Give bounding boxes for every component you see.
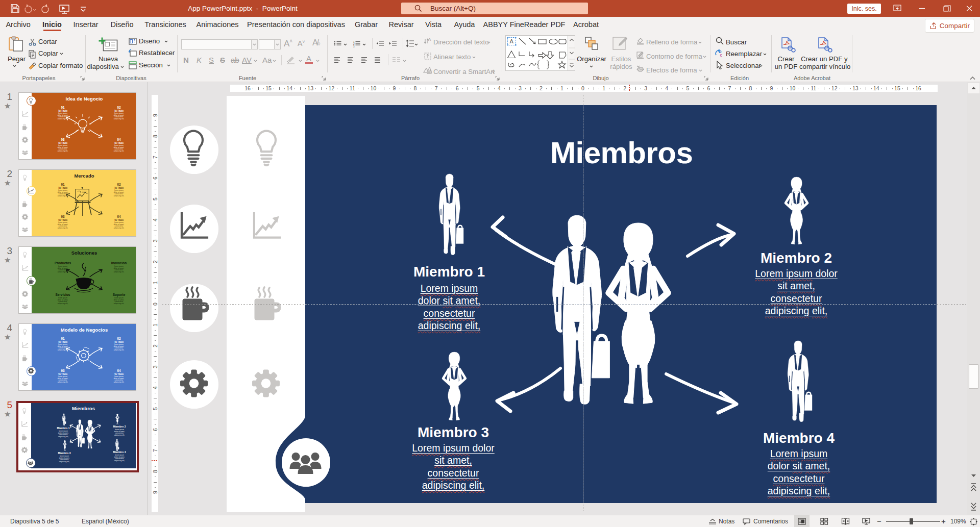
svg-text:3: 3 xyxy=(353,45,355,48)
svg-text:A: A xyxy=(510,38,514,44)
svg-text:c: c xyxy=(720,53,723,58)
svg-text:A: A xyxy=(428,37,431,42)
